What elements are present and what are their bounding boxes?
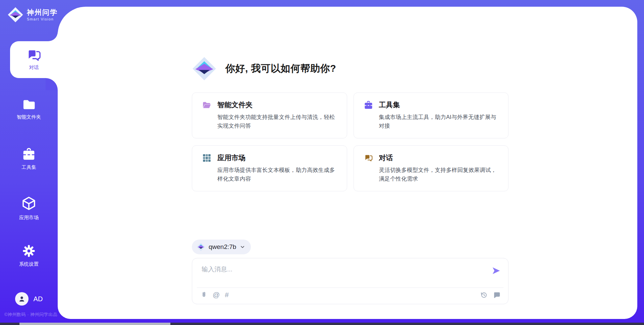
topic-button[interactable]: # xyxy=(225,291,229,299)
gear-icon xyxy=(22,244,36,258)
user-profile[interactable]: AD xyxy=(0,292,58,306)
card-toolset[interactable]: 工具集 集成市场上主流工具，助力AI与外界无缝扩展与对接 xyxy=(354,92,509,138)
copyright-footer: ©神州数码 · 神州问学出品 xyxy=(4,312,57,318)
tab-fillet-bottom xyxy=(46,78,58,90)
card-description: 智能文件夹功能支持批量文件上传与清洗，轻松实现文件问答 xyxy=(217,113,337,130)
briefcase-icon xyxy=(364,101,373,110)
card-app-market[interactable]: 应用市场 应用市场提供丰富长文本模板，助力高效生成多样化文章内容 xyxy=(192,145,347,191)
chat-area: qwen2:7b xyxy=(192,240,508,304)
greeting-text: 你好, 我可以如何帮助你? xyxy=(225,62,336,75)
model-selector[interactable]: qwen2:7b xyxy=(192,240,251,254)
app-root: 神州问学 Smart Vision 对话 智能文件夹 xyxy=(0,0,644,325)
history-clock-icon xyxy=(480,291,488,299)
chat-bubbles-icon xyxy=(26,49,42,62)
person-icon xyxy=(17,295,26,303)
sidebar-item-label: 系统设置 xyxy=(19,261,39,267)
message-composer: @ # xyxy=(192,258,508,304)
folder-open-icon xyxy=(202,101,211,110)
card-title: 工具集 xyxy=(379,100,400,110)
brand-diamond-logo-icon xyxy=(7,7,23,23)
card-description: 应用市场提供丰富长文本模板，助力高效生成多样化文章内容 xyxy=(217,166,337,183)
chat-bubbles-icon xyxy=(364,153,373,162)
send-button[interactable] xyxy=(491,266,501,275)
chat-bubble-icon xyxy=(493,291,501,299)
sidebar-item-smart-folder[interactable]: 智能文件夹 xyxy=(0,98,58,120)
card-title: 对话 xyxy=(379,153,393,162)
message-input[interactable] xyxy=(201,264,485,285)
card-description: 灵活切换多模型文件，支持多样回复效果调试，满足个性化需求 xyxy=(379,166,498,183)
sidebar-item-label: 应用市场 xyxy=(19,214,39,221)
tab-fillet-top xyxy=(48,32,58,41)
brand-name: 神州问学 xyxy=(27,8,58,16)
chevron-down-icon xyxy=(239,244,246,250)
user-name: AD xyxy=(34,295,43,303)
sidebar-item-settings[interactable]: 系统设置 xyxy=(0,244,58,267)
brand-subtitle: Smart Vision xyxy=(27,17,58,21)
card-chat[interactable]: 对话 灵活切换多模型文件，支持多样回复效果调试，满足个性化需求 xyxy=(354,145,509,191)
quick-chat-button[interactable] xyxy=(493,291,501,299)
paperclip-icon xyxy=(200,291,208,299)
sidebar: 神州问学 Smart Vision 对话 智能文件夹 xyxy=(0,0,58,325)
card-description: 集成市场上主流工具，助力AI与外界无缝扩展与对接 xyxy=(379,113,498,130)
cube-icon xyxy=(21,196,37,211)
mention-button[interactable]: @ xyxy=(213,291,220,299)
card-title: 应用市场 xyxy=(217,153,246,162)
briefcase-icon xyxy=(22,147,36,161)
sidebar-item-label: 对话 xyxy=(29,64,39,71)
sidebar-item-label: 智能文件夹 xyxy=(17,114,41,120)
grid-icon xyxy=(202,153,211,162)
sidebar-item-app-market[interactable]: 应用市场 xyxy=(0,196,58,221)
model-name: qwen2:7b xyxy=(209,243,236,251)
model-diamond-logo-icon xyxy=(197,243,205,251)
composer-toolbar-left: @ # xyxy=(200,291,229,299)
attach-button[interactable] xyxy=(200,291,208,299)
history-button[interactable] xyxy=(480,291,488,299)
hash-icon: # xyxy=(225,291,229,299)
brand: 神州问学 Smart Vision xyxy=(7,7,58,23)
welcome-section: 你好, 我可以如何帮助你? 智能文件夹 智能文件夹功能支持批量文件上传与清洗，轻… xyxy=(192,56,508,191)
sidebar-item-chat[interactable]: 对话 xyxy=(10,41,58,78)
avatar xyxy=(15,292,29,306)
horizontal-scrollbar-track[interactable] xyxy=(0,323,644,325)
assistant-diamond-logo-icon xyxy=(192,56,217,81)
card-smart-folder[interactable]: 智能文件夹 智能文件夹功能支持批量文件上传与清洗，轻松实现文件问答 xyxy=(192,92,347,138)
composer-divider xyxy=(197,287,503,288)
sidebar-item-toolset[interactable]: 工具集 xyxy=(0,147,58,171)
horizontal-scrollbar-thumb[interactable] xyxy=(19,323,170,325)
card-title: 智能文件夹 xyxy=(217,100,253,110)
paper-plane-icon xyxy=(491,266,501,275)
at-icon: @ xyxy=(213,291,220,299)
feature-cards: 智能文件夹 智能文件夹功能支持批量文件上传与清洗，轻松实现文件问答 工具 xyxy=(192,92,508,191)
main-panel: 你好, 我可以如何帮助你? 智能文件夹 智能文件夹功能支持批量文件上传与清洗，轻… xyxy=(58,7,637,319)
composer-toolbar-right xyxy=(480,291,501,299)
folder-icon xyxy=(22,98,36,111)
greeting-row: 你好, 我可以如何帮助你? xyxy=(192,56,508,81)
sidebar-item-label: 工具集 xyxy=(21,164,36,171)
